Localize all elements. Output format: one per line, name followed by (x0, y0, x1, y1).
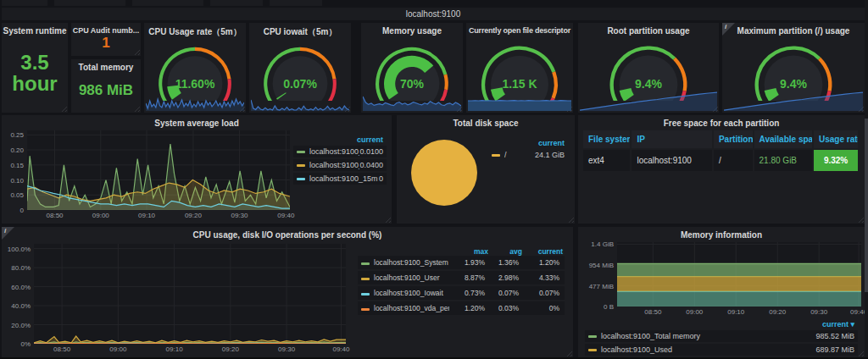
series-color-dash (361, 278, 370, 280)
gauge-svg (466, 34, 573, 101)
panel-title[interactable]: Total memory (71, 59, 141, 72)
legend-item-load-5m[interactable]: localhost:9100_5m 0.0400 (293, 159, 387, 171)
panel-title[interactable]: CPU Audit numb... (71, 23, 141, 35)
col-header-available-space[interactable]: Available space (754, 130, 812, 148)
legend-header-row: max avg current (358, 247, 565, 256)
resize-handle[interactable] (568, 217, 574, 223)
col-header-usage-rate[interactable]: Usage rate (814, 130, 858, 148)
panel-title[interactable]: Total disk space (397, 115, 575, 128)
series-color-dash (588, 335, 597, 338)
panel-title[interactable]: Currently open file descriptor (466, 23, 573, 35)
panel-cpu-usage-rate-gauge: CPU Usage rate（5m） 11.60% (144, 23, 246, 113)
resize-handle[interactable] (385, 217, 391, 223)
legend-item-system[interactable]: localhost:9100_System 1.93% 1.36% 1.20% (358, 256, 565, 269)
chart-canvas (34, 244, 346, 344)
cell-partition: / (714, 150, 753, 171)
plot-area (34, 244, 346, 344)
y-axis-labels: 0 B477 MiB954 MiB1.4 GiB (581, 242, 617, 307)
gauge-value: 1.15 K (466, 77, 573, 91)
legend-item-load-1m[interactable]: localhost:9100_1m 0.0100 (293, 146, 387, 157)
series-color-dash (588, 349, 597, 351)
legend-item-used-memory[interactable]: localhost:9100_Used 689.87 MiB (585, 344, 858, 356)
series-color-dash (492, 154, 500, 157)
sparkline-svg (146, 94, 244, 111)
legend-header-max[interactable]: max (453, 247, 490, 256)
memory-info-legend: current ▾ localhost:9100_Total memory 98… (585, 318, 858, 357)
gauge-svg (249, 34, 351, 101)
legend-item-iowait[interactable]: localhost:9100_Iowait 0.73% 0.07% 0.07% (358, 286, 565, 300)
cell-file-system: ext4 (583, 150, 630, 171)
gauge-svg (361, 34, 463, 101)
legend-item-user[interactable]: localhost:9100_User 8.87% 2.98% 4.33% (358, 271, 565, 284)
legend-item-total-memory[interactable]: localhost:9100_Total memory 985.52 MiB (585, 330, 858, 342)
system-load-chart[interactable]: 00.050.100.150.200.2508:5009:0009:1009:2… (5, 130, 290, 220)
top-panel-stub (54, 0, 125, 6)
legend-header-current[interactable]: current (293, 134, 387, 146)
panel-title[interactable]: Memory information (578, 227, 865, 240)
col-header-partition[interactable]: Partition ▲ (714, 130, 753, 148)
resize-handle[interactable] (61, 106, 67, 112)
y-axis-labels: 0%20.0%40.0%60.0%80.0%100.0% (5, 244, 34, 344)
x-axis-labels: 08:5009:0009:1009:2009:3009:40 (34, 344, 346, 354)
panel-root-partition-gauge: Root partition usage 9.4% (578, 23, 719, 113)
info-icon[interactable]: i (2, 227, 14, 240)
panel-title[interactable]: Root partition usage (578, 23, 719, 36)
panel-system-runtime: System runtime 3.5 hour (2, 23, 68, 113)
memory-info-chart[interactable]: 0 B477 MiB954 MiB1.4 GiB08:5009:0009:100… (581, 242, 861, 317)
legend-header-avg[interactable]: avg (490, 247, 524, 256)
disk-pie-chart[interactable] (411, 140, 477, 206)
resize-handle[interactable] (566, 351, 572, 356)
grafana-dashboard: localhost:9100 System runtime 3.5 hour C… (0, 0, 868, 359)
plot-area (27, 130, 290, 210)
panel-max-partition-gauge: i Maximum partition (/) usage 9.4% (722, 23, 865, 113)
legend-header-current-sort[interactable]: current ▾ (585, 318, 858, 330)
cell-ip: localhost:9100 (632, 150, 712, 171)
panel-title[interactable]: System runtime (2, 23, 68, 36)
legend-header-current[interactable]: current (488, 137, 568, 149)
resize-handle[interactable] (858, 217, 864, 223)
col-header-file-system[interactable]: File system (583, 130, 630, 148)
panel-title[interactable]: Free space for each partition (578, 115, 865, 128)
info-icon[interactable]: i (722, 23, 735, 36)
gauge-value: 11.60% (144, 77, 246, 91)
resize-handle[interactable] (134, 106, 140, 112)
cpu-iowait-gauge (249, 34, 351, 101)
legend-item-load-15m[interactable]: localhost:9100_15m 0 (293, 173, 387, 185)
legend-item-root-partition[interactable]: / 24.1 GiB (488, 149, 568, 161)
panel-total-memory: Total memory 986 MiB (71, 59, 141, 113)
panel-title[interactable]: CPU iowait（5m） (249, 23, 351, 38)
system-load-legend: current localhost:9100_1m 0.0100 localho… (293, 134, 387, 186)
series-color-dash (361, 262, 370, 265)
stat-runtime-value: 3.5 hour (2, 52, 68, 94)
memory-usage-gauge (361, 34, 463, 101)
series-color-dash (361, 293, 370, 295)
panel-total-disk-space: Total disk space current / 24.1 GiB (397, 115, 575, 224)
series-color-dash (297, 178, 305, 180)
stat-line1: 3.5 (2, 52, 68, 73)
col-header-ip[interactable]: IP (632, 130, 712, 148)
legend-header-current[interactable]: current (524, 247, 565, 256)
resize-handle[interactable] (858, 351, 864, 356)
panel-title[interactable]: CPU usage, disk I/O operations per secon… (2, 227, 573, 240)
panel-title[interactable]: Memory usage (361, 23, 463, 36)
stat-total-memory-value: 986 MiB (71, 83, 141, 98)
page-scrollbar[interactable] (865, 0, 868, 359)
panel-title[interactable]: CPU Usage rate（5m） (144, 23, 246, 38)
cpu-iowait-sparkline (251, 94, 349, 111)
legend-item-vda-io[interactable]: localhost:9100_vda_per second I/O operat… (358, 301, 565, 315)
memory-usage-sparkline (363, 94, 461, 111)
top-panel-stub (210, 0, 263, 6)
cpu-usage-chart[interactable]: 0%20.0%40.0%60.0%80.0%100.0%08:5009:0009… (5, 244, 346, 354)
panel-memory-usage-gauge: Memory usage 70% (361, 23, 463, 113)
panel-cpu-audit-number: CPU Audit numb... 1 (71, 23, 141, 56)
panel-title[interactable]: System average load (2, 115, 392, 128)
cpu-usage-legend: max avg current localhost:9100_System 1.… (358, 247, 565, 317)
y-axis-labels: 00.050.100.150.200.25 (5, 130, 27, 210)
row-header-localhost-9100[interactable]: localhost:9100 (2, 8, 865, 20)
gauge-value: 9.4% (722, 77, 865, 91)
scrollbar-thumb[interactable] (865, 119, 868, 292)
chart-canvas (617, 242, 861, 307)
panel-title[interactable]: Maximum partition (/) usage (722, 23, 865, 36)
series-color-dash (297, 151, 305, 153)
x-axis-labels: 08:5009:0009:1009:2009:3009:40 (617, 307, 861, 317)
